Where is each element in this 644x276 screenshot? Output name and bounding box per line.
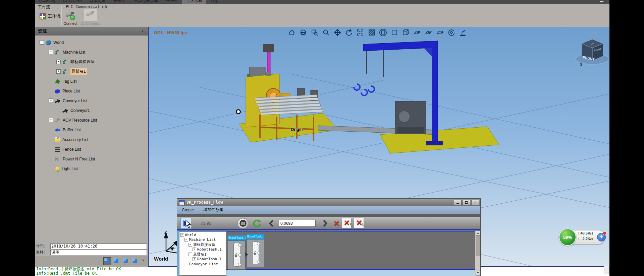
- step-back-button[interactable]: [269, 220, 273, 227]
- tree-item-piece-list[interactable]: Piece List: [35, 86, 148, 96]
- robot-task-block[interactable]: RobotTask.1 0%: [247, 234, 264, 267]
- measure-icon[interactable]: [459, 29, 467, 36]
- robot-task-block[interactable]: RobotTask.1 0%: [228, 235, 246, 270]
- task-block-canvas[interactable]: RobotTask.1 0% RobotTask.1 0%: [226, 231, 476, 270]
- vr-window-titlebar[interactable]: VR_Process_Flow ×: [177, 199, 480, 206]
- tree-item-agv-resource-list[interactable]: AGV Resource List: [35, 115, 148, 125]
- collapse-arrow-icon[interactable]: ‹: [142, 27, 143, 36]
- dialog-launcher-icon[interactable]: [56, 5, 59, 8]
- view-orbit-icon[interactable]: [300, 29, 307, 36]
- tree-item-world[interactable]: World: [35, 38, 148, 47]
- tree-item-tag-list[interactable]: Tag List: [35, 76, 148, 86]
- layer-button-4[interactable]: [131, 257, 139, 265]
- expand-expander-icon[interactable]: [49, 118, 53, 122]
- vr-tree-item[interactable]: +RobotTask.1: [179, 257, 226, 262]
- scroll-down-arrow[interactable]: [476, 271, 480, 275]
- connect-button-label[interactable]: Connect: [60, 21, 80, 25]
- menu-tab[interactable]: 自动导向小车: [130, 0, 162, 4]
- clip-plane-back-icon[interactable]: [425, 29, 432, 36]
- mouse-cursor: [185, 220, 191, 228]
- scroll-up-arrow[interactable]: [476, 231, 480, 235]
- vr-tree-item[interactable]: Conveyor List: [179, 262, 226, 267]
- menu-tab[interactable]: 显示: [206, 0, 222, 4]
- layer-button-3[interactable]: [122, 257, 129, 265]
- disconnect-button[interactable]: [84, 9, 97, 21]
- zoom-window-icon[interactable]: [311, 29, 318, 36]
- origin-point[interactable]: [236, 109, 241, 114]
- tree-item-buffer-list[interactable]: Buffer List: [35, 125, 148, 135]
- minimize-button[interactable]: [454, 200, 462, 205]
- menu-tab[interactable]: 运动机构: [35, 0, 59, 4]
- tree-item-machine-list[interactable]: Machine List: [35, 47, 148, 57]
- home-icon[interactable]: [288, 29, 296, 36]
- window-minimize-dash[interactable]: [600, 1, 603, 2]
- menu-tab-active[interactable]: 工艺流程: [182, 0, 206, 4]
- menu-tab[interactable]: 传送带: [110, 0, 130, 4]
- clip-plane-add-icon[interactable]: [436, 29, 444, 36]
- workflow-button[interactable]: 工作流: [38, 13, 62, 20]
- stop-task-button[interactable]: ×T: [342, 218, 352, 228]
- time-input[interactable]: [50, 244, 147, 249]
- collapse-expander-icon[interactable]: [40, 40, 44, 45]
- tree-item-fence-list[interactable]: Fence List: [35, 144, 148, 154]
- layer-button-1[interactable]: [103, 257, 111, 265]
- collapse-expander-icon[interactable]: [49, 50, 53, 54]
- network-speed-widget[interactable]: ↑48.5K/s ↓2.2K/s 59% +: [559, 228, 606, 245]
- tree-item-welding-device[interactable]: 非标焊接设备: [35, 57, 148, 67]
- buffer-icon: [55, 127, 60, 132]
- menu-tab[interactable]: 基本对象: [86, 0, 110, 4]
- vr-process-flow-window[interactable]: VR_Process_Flow × Create 增加任务集 73.93: [177, 198, 481, 276]
- vr-tree-item[interactable]: −非标焊接设备: [179, 242, 226, 247]
- dialog-launcher-icon[interactable]: [103, 5, 106, 8]
- vr-tree-item[interactable]: −World: [179, 232, 226, 237]
- vr-tree-item[interactable]: −悬臂吊1: [179, 252, 226, 257]
- connect-plug-icon[interactable]: [65, 11, 75, 20]
- expand-expander-icon[interactable]: [56, 69, 61, 74]
- collapse-expander-icon[interactable]: [49, 98, 53, 103]
- menu-item-add-task-set[interactable]: 增加任务集: [199, 207, 228, 213]
- tree-item-power-n-free-list[interactable]: Power N Free List: [35, 154, 148, 164]
- shaded-mode-selected-icon[interactable]: [379, 29, 387, 36]
- net-percent-ball[interactable]: 59%: [559, 228, 576, 246]
- dropdown-arrow-icon[interactable]: [142, 260, 145, 263]
- stop-line-button[interactable]: ×L: [354, 218, 364, 228]
- navigation-cube[interactable]: FRONT TOP RIGHT S E: [571, 33, 609, 70]
- tree-item-conveyor-list[interactable]: Conveyor List: [35, 96, 148, 106]
- wireframe-hatch-icon[interactable]: [368, 29, 375, 36]
- layer-button-2[interactable]: [113, 257, 120, 265]
- clip-box-icon[interactable]: [402, 29, 410, 36]
- pause-button[interactable]: [237, 218, 248, 229]
- pan-icon[interactable]: [334, 29, 341, 36]
- tree-item-accessory-list[interactable]: Accessory List: [35, 135, 148, 144]
- menu-tab[interactable]: CAD/CAM: [59, 0, 86, 4]
- menu-tab[interactable]: 传送链: [162, 0, 182, 4]
- step-value-input[interactable]: [279, 220, 316, 227]
- rotate-icon[interactable]: [345, 29, 353, 36]
- scrollbar-corner[interactable]: [604, 266, 609, 274]
- application-window: 运动机构 CAD/CAM 基本对象 传送带 自动导向小车 传送链 工艺流程 显示…: [0, 0, 644, 276]
- step-forward-button[interactable]: [323, 220, 328, 227]
- tree-item-cantilever-crane[interactable]: 悬臂吊1: [35, 67, 148, 76]
- light-icon: [55, 167, 59, 171]
- vr-tree-item[interactable]: +RobotTask.1: [179, 247, 226, 252]
- expand-expander-icon[interactable]: [56, 60, 61, 64]
- clip-plane-forward-icon[interactable]: [414, 29, 421, 36]
- stop-button[interactable]: ×: [334, 219, 339, 227]
- vr-vertical-scrollbar[interactable]: [475, 231, 480, 275]
- tree-item-light-list[interactable]: Light List: [35, 164, 148, 174]
- solid-mode-icon[interactable]: [391, 29, 398, 36]
- close-button[interactable]: ×: [471, 200, 479, 205]
- maximize-button[interactable]: [463, 200, 470, 205]
- tree-item-label: Conveyor List: [63, 98, 87, 103]
- tree-item-label: Fence List: [62, 147, 81, 152]
- fit-view-icon[interactable]: [357, 29, 364, 36]
- scrollbar-thumb[interactable]: [476, 235, 480, 256]
- comment-input[interactable]: [50, 250, 147, 255]
- vr-tree-item[interactable]: −Machine List: [179, 237, 226, 243]
- loop-button[interactable]: [252, 219, 261, 228]
- rotate-center-icon[interactable]: [448, 29, 455, 36]
- viewport-title: OGL - HW39 fps: [154, 30, 187, 35]
- zoom-icon[interactable]: [322, 29, 330, 36]
- menu-item-create[interactable]: Create: [177, 208, 199, 212]
- tree-item-conveyor1[interactable]: Conveyor1: [35, 106, 148, 115]
